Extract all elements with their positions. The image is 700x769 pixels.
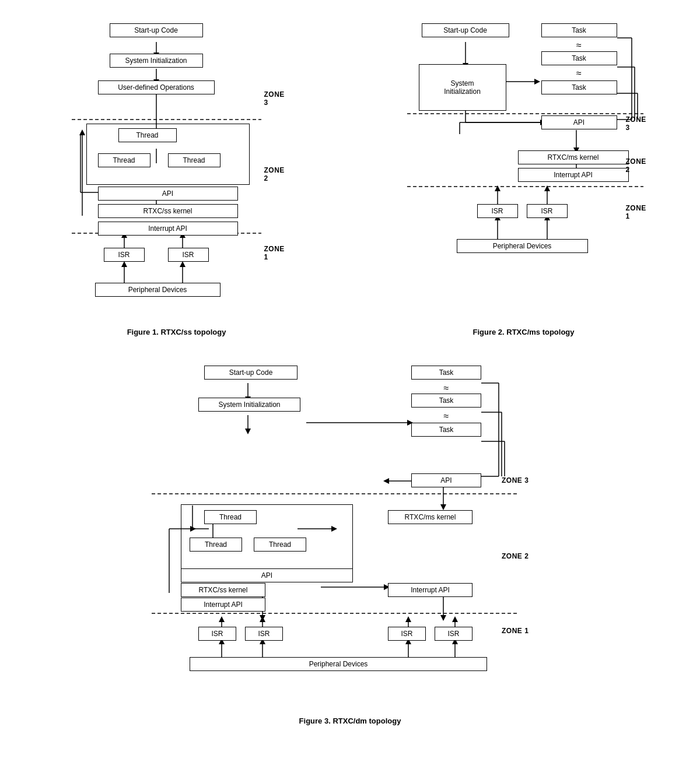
fig1-userops: User-defined Operations [98, 80, 215, 94]
fig1-diagram: Start-up Code System Initialization User… [66, 17, 288, 321]
fig2-isr2: ISR [527, 204, 568, 218]
fig3-task2: Task [411, 394, 481, 408]
svg-marker-20 [121, 261, 127, 267]
fig1-sysinit: System Initialization [110, 54, 203, 68]
svg-marker-28 [534, 79, 540, 85]
fig3-zone2: ZONE 2 [502, 552, 528, 560]
fig2-zone3: ZONE 3 [626, 115, 646, 132]
fig2-periph: Peripheral Devices [457, 239, 588, 253]
fig1-thread2: Thread [98, 153, 150, 167]
fig3-task1: Task [411, 366, 481, 380]
figure-2: Start-up Code SystemInitialization Task … [359, 12, 688, 342]
fig1-zone3: ZONE 3 [264, 90, 288, 107]
figure-3: Start-up Code System Initialization Task… [12, 354, 688, 731]
fig2-intapi: Interrupt API [518, 168, 629, 182]
svg-marker-48 [544, 185, 550, 191]
fig2-task3: Task [541, 80, 617, 94]
svg-marker-87 [219, 616, 225, 622]
fig2-diagram: Start-up Code SystemInitialization Task … [401, 17, 646, 321]
fig3-caption: Figure 3. RTXC/dm topology [18, 717, 682, 725]
fig3-thread1: Thread [204, 510, 257, 524]
fig3-thread2: Thread [190, 538, 242, 552]
fig2-task2: Task [541, 51, 617, 65]
svg-marker-106 [383, 478, 389, 484]
figure-1: Start-up Code System Initialization User… [12, 12, 341, 342]
fig1-zone2: ZONE 2 [264, 166, 288, 182]
fig2-task1: Task [541, 23, 617, 37]
svg-marker-24 [79, 129, 85, 135]
fig3-thread3: Thread [254, 538, 306, 552]
fig2-api: API [541, 115, 617, 129]
fig1-thread1: Thread [118, 128, 177, 142]
fig1-startup: Start-up Code [110, 23, 203, 37]
svg-marker-71 [440, 504, 446, 510]
svg-marker-93 [452, 616, 458, 622]
svg-marker-89 [260, 616, 265, 622]
fig2-isr1: ISR [477, 204, 518, 218]
svg-marker-91 [405, 616, 411, 622]
svg-marker-46 [495, 185, 501, 191]
fig3-isr1: ISR [198, 627, 236, 641]
fig3-wavy2: ≈ [411, 411, 481, 422]
fig1-isr2: ISR [168, 248, 209, 262]
page-layout: Start-up Code System Initialization User… [12, 12, 688, 743]
fig2-wavy1: ≈ [541, 41, 617, 50]
fig2-caption: Figure 2. RTXC/ms topology [365, 328, 682, 336]
fig1-isr1: ISR [104, 248, 145, 262]
fig3-api-left: API [181, 568, 353, 582]
fig1-intapi: Interrupt API [98, 222, 238, 236]
svg-marker-59 [245, 429, 251, 434]
fig1-periph: Peripheral Devices [95, 283, 220, 297]
fig3-zone1: ZONE 1 [502, 627, 528, 635]
fig1-caption: Figure 1. RTXC/ss topology [18, 328, 335, 336]
svg-marker-81 [260, 615, 265, 621]
fig3-diagram: Start-up Code System Initialization Task… [146, 360, 554, 710]
fig1-api: API [98, 187, 238, 201]
fig1-zone1: ZONE 1 [264, 245, 288, 261]
fig2-sysinit: SystemInitialization [419, 64, 506, 111]
fig1-kernel: RTXC/ss kernel [98, 204, 238, 218]
fig3-wavy1: ≈ [411, 383, 481, 394]
fig3-kernel-ms: RTXC/ms kernel [388, 510, 473, 524]
fig2-zone1: ZONE 1 [626, 204, 646, 220]
fig3-isr4: ISR [435, 627, 473, 641]
fig3-intapi-ms: Interrupt API [388, 583, 473, 597]
fig3-api-right: API [411, 473, 481, 487]
fig1-thread3: Thread [168, 153, 220, 167]
fig3-zone3: ZONE 3 [502, 476, 528, 484]
fig3-startup: Start-up Code [204, 366, 298, 380]
fig3-isr3: ISR [388, 627, 426, 641]
svg-marker-22 [180, 261, 186, 267]
fig3-periph: Peripheral Devices [190, 657, 487, 671]
fig3-intapi-ss: Interrupt API [181, 598, 265, 612]
fig2-wavy2: ≈ [541, 69, 617, 78]
fig3-kernel-ss: RTXC/ss kernel [181, 583, 265, 597]
fig2-zone2: ZONE 2 [626, 157, 646, 174]
fig3-isr2: ISR [245, 627, 283, 641]
fig3-sysinit: System Initialization [198, 398, 300, 412]
fig2-kernel: RTXC/ms kernel [518, 150, 629, 164]
fig3-task3: Task [411, 423, 481, 437]
fig2-startup: Start-up Code [422, 23, 509, 37]
svg-marker-83 [440, 615, 446, 621]
